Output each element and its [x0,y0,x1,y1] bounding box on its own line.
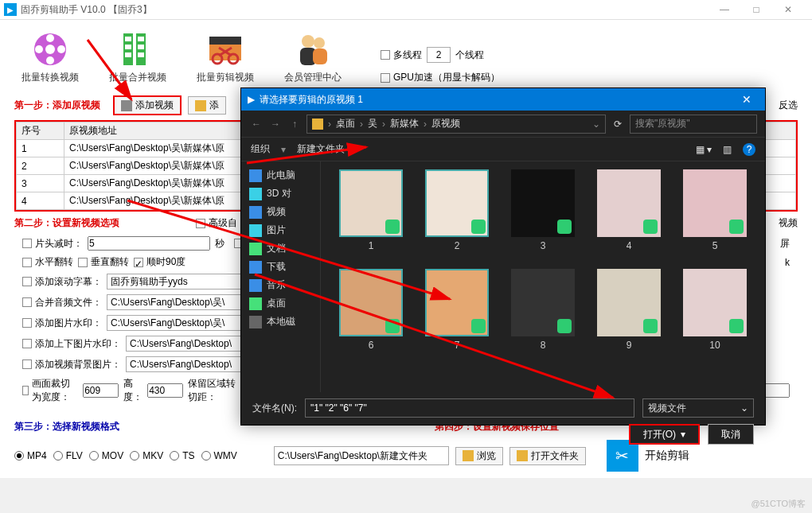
thumbnail-item[interactable]: 10 [679,269,751,360]
clapper-cut-icon [206,30,244,68]
convert-video-button[interactable]: 批量转换视频 [14,30,86,84]
watermark-input[interactable] [107,315,258,331]
advanced-checkbox[interactable]: 高级自 [196,216,237,230]
cancel-button[interactable]: 取消 [708,424,754,445]
sidebar-item[interactable]: 此电脑 [246,166,315,185]
minimize-button[interactable]: — [712,4,736,15]
nav-back-icon[interactable]: ← [249,119,264,130]
thumbnail-item[interactable]: 1 [335,169,407,261]
step3-label: 第三步：选择新视频格式 [14,420,119,433]
video-badge-icon [729,220,744,234]
svg-rect-23 [313,49,327,64]
sidebar-item[interactable]: 本地磁 [246,313,315,331]
ccw-checkbox[interactable]: ✓顺时90度 [134,255,185,269]
maximize-button[interactable]: □ [744,4,768,15]
folder-icon [312,119,323,130]
sidebar-item[interactable]: 文档 [246,239,315,258]
cut-video-button[interactable]: 批量剪辑视频 [189,30,261,84]
organize-menu[interactable]: 组织 [251,142,270,156]
sidebar-item[interactable]: 桌面 [246,294,315,313]
dialog-close-button[interactable]: ✕ [735,93,759,106]
folder-icon [249,279,262,292]
video-badge-icon [557,220,572,234]
add-video-button[interactable]: 添加视频 [113,95,182,115]
subtitle-input[interactable] [107,274,258,290]
close-button[interactable]: ✕ [776,4,800,15]
preview-pane-icon[interactable]: ▥ [723,144,732,155]
subtitle-checkbox[interactable]: 添加滚动字幕： [22,275,102,289]
thumbnail-item[interactable]: 4 [593,169,665,261]
nav-up-icon[interactable]: ↑ [287,119,302,130]
reload-icon[interactable]: ⟳ [611,119,625,130]
format-mkv[interactable]: MKV [130,450,163,461]
open-button[interactable]: 打开(O)▾ [629,424,700,445]
sidebar-item[interactable]: 3D 对 [246,185,315,203]
step2-label: 第二步：设置新视频选项 [14,216,119,230]
format-mp4[interactable]: MP4 [14,450,47,461]
sidebar-item[interactable]: 图片 [246,221,315,239]
thumbnail-item[interactable]: 6 [335,269,407,360]
thumbnail-item[interactable]: 9 [593,269,665,360]
multithread-checkbox[interactable]: 多线程 [381,49,422,62]
thumbnail-label: 9 [627,340,632,351]
file-open-dialog: ▶ 请选择要剪辑的原视频 1 ✕ ← → ↑ ›桌面 ›吴 ›新媒体 ›原视频 … [240,87,766,426]
thumbnail-image [597,169,661,237]
add-folder-button[interactable]: 添 [188,96,226,115]
audio-checkbox[interactable]: 合并音频文件： [22,296,102,309]
vflip-checkbox[interactable]: 垂直翻转 [78,255,129,269]
head-trim-checkbox[interactable]: 片头减时： [22,237,83,251]
audio-input[interactable] [107,294,258,310]
format-flv[interactable]: FLV [53,450,83,461]
head-trim-input[interactable] [88,236,210,251]
thumbnail-image [425,169,489,237]
invert-selection[interactable]: 反选 [779,99,798,112]
sidebar-item[interactable]: 音乐 [246,276,315,294]
folder-icon [249,188,262,200]
chevron-down-icon[interactable]: ⌄ [592,119,600,130]
video-badge-icon [643,319,658,333]
ud-watermark-checkbox[interactable]: 添加上下图片水印： [22,337,121,351]
thumbnail-item[interactable]: 5 [679,169,751,261]
help-icon[interactable]: ? [743,143,755,156]
format-ts[interactable]: TS [170,450,194,461]
gpu-checkbox[interactable]: GPU加速（用显卡解码） [381,71,500,84]
thumbnail-item[interactable]: 2 [421,169,493,261]
filename-label: 文件名(N): [252,402,297,415]
format-wmv[interactable]: WMV [201,450,237,461]
svg-rect-8 [125,37,131,41]
format-mov[interactable]: MOV [89,450,123,461]
search-input[interactable]: 搜索"原视频" [630,115,757,134]
merge-video-button[interactable]: 批量合并视频 [102,30,174,84]
thumbnail-item[interactable]: 7 [421,269,493,360]
thread-count-input[interactable] [427,47,451,63]
svg-point-3 [57,45,65,53]
folder-icon [249,316,262,328]
sidebar-item[interactable]: 视频 [246,203,315,221]
thumbnail-image [597,269,661,336]
thumbnail-label: 10 [709,340,720,351]
video-badge-icon [385,319,400,333]
crop-checkbox[interactable]: 画面裁切为宽度： [22,377,78,404]
hflip-checkbox[interactable]: 水平翻转 [22,255,73,269]
new-folder-button[interactable]: 新建文件夹 [297,142,345,156]
bg-checkbox[interactable]: 添加视频背景图片： [22,358,121,371]
crop-h-input[interactable] [147,383,183,398]
thumbnail-item[interactable]: 3 [507,169,579,261]
breadcrumb[interactable]: ›桌面 ›吴 ›新媒体 ›原视频 ⌄ [306,115,606,134]
svg-rect-9 [125,45,131,49]
filename-input[interactable] [305,398,634,418]
video-badge-icon [385,220,400,234]
sidebar-item[interactable]: 下载 [246,258,315,276]
file-type-select[interactable]: 视频文件⌄ [642,398,754,418]
crop-w-input[interactable] [83,383,119,398]
filmstrip-icon [119,30,157,68]
watermark-checkbox[interactable]: 添加图片水印： [22,317,102,330]
member-center-button[interactable]: 会员管理中心 [277,30,349,84]
watermark: @51CTO博客 [751,498,806,510]
view-mode-icon[interactable]: ▦ ▾ [696,144,712,155]
svg-point-5 [35,45,43,53]
thumbnail-label: 7 [455,340,460,351]
nav-forward-icon[interactable]: → [268,119,283,130]
thumbnail-item[interactable]: 8 [507,269,579,360]
svg-rect-10 [125,52,131,57]
